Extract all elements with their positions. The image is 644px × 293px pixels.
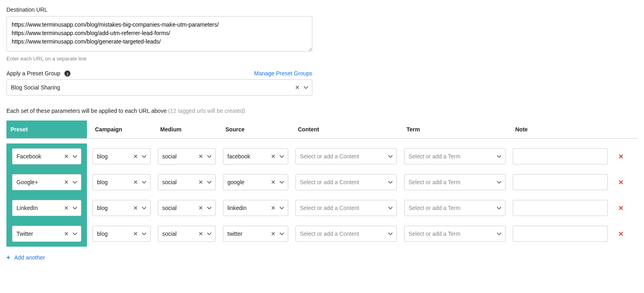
clear-icon[interactable]: ✕ [62, 177, 71, 187]
source-select[interactable]: ✕ [223, 148, 288, 164]
clear-icon[interactable]: ✕ [131, 203, 140, 213]
content-select[interactable] [295, 174, 397, 190]
term-select[interactable] [404, 174, 506, 190]
medium-select-input[interactable] [162, 231, 196, 237]
delete-row-button[interactable]: ✕ [618, 179, 623, 186]
chevron-down-icon[interactable] [140, 233, 148, 235]
clear-icon[interactable]: ✕ [268, 203, 278, 213]
preset-group-select-input[interactable] [11, 84, 293, 91]
chevron-down-icon[interactable] [495, 181, 503, 183]
source-select[interactable]: ✕ [223, 174, 288, 190]
clear-icon[interactable]: ✕ [62, 229, 71, 239]
chevron-down-icon[interactable] [278, 207, 285, 209]
preset-select[interactable]: ✕ [12, 200, 81, 216]
chevron-down-icon[interactable] [140, 181, 148, 183]
manage-preset-groups-link[interactable]: Manage Preset Groups [254, 70, 312, 77]
campaign-select[interactable]: ✕ [93, 174, 151, 190]
chevron-down-icon[interactable] [278, 155, 285, 158]
clear-icon[interactable]: ✕ [196, 152, 206, 161]
preset-select[interactable]: ✕ [12, 226, 81, 242]
chevron-down-icon[interactable] [278, 233, 285, 235]
chevron-down-icon[interactable] [71, 155, 78, 158]
content-select-input[interactable] [300, 205, 387, 211]
info-icon[interactable]: i [64, 71, 70, 77]
clear-icon[interactable]: ✕ [131, 177, 140, 187]
chevron-down-icon[interactable] [495, 207, 503, 209]
medium-select-input[interactable] [162, 179, 196, 185]
note-input[interactable] [513, 200, 608, 216]
clear-icon[interactable]: ✕ [268, 229, 278, 239]
content-select[interactable] [295, 148, 397, 164]
term-select[interactable] [404, 226, 506, 242]
medium-select[interactable]: ✕ [158, 148, 216, 164]
source-select-input[interactable] [227, 179, 268, 185]
clear-icon[interactable]: ✕ [268, 152, 278, 161]
note-input[interactable] [513, 226, 608, 242]
campaign-select-input[interactable] [97, 179, 131, 185]
source-select[interactable]: ✕ [223, 200, 288, 216]
clear-icon[interactable]: ✕ [293, 83, 302, 92]
content-select-input[interactable] [300, 179, 387, 185]
preset-select[interactable]: ✕ [12, 174, 81, 190]
medium-select[interactable]: ✕ [158, 174, 216, 190]
source-select-input[interactable] [227, 231, 268, 237]
note-input[interactable] [513, 148, 608, 164]
preset-select[interactable]: ✕ [12, 148, 81, 164]
chevron-down-icon[interactable] [206, 207, 213, 209]
term-select[interactable] [404, 200, 506, 216]
campaign-select[interactable]: ✕ [93, 200, 151, 216]
clear-icon[interactable]: ✕ [131, 229, 140, 239]
medium-select-input[interactable] [162, 153, 196, 160]
chevron-down-icon[interactable] [71, 233, 78, 235]
term-select-input[interactable] [409, 205, 495, 211]
delete-row-button[interactable]: ✕ [618, 153, 623, 160]
medium-select-input[interactable] [162, 205, 196, 211]
preset-group-select[interactable]: ✕ [6, 79, 312, 96]
term-select[interactable] [404, 148, 506, 164]
delete-row-button[interactable]: ✕ [618, 204, 623, 212]
chevron-down-icon[interactable] [387, 233, 394, 235]
preset-select-input[interactable] [17, 205, 62, 211]
source-select[interactable]: ✕ [223, 226, 288, 242]
term-select-input[interactable] [409, 179, 495, 185]
clear-icon[interactable]: ✕ [196, 177, 206, 187]
content-select-input[interactable] [300, 153, 387, 160]
preset-select-input[interactable] [17, 153, 62, 160]
preset-select-input[interactable] [17, 179, 62, 185]
preset-select-input[interactable] [17, 231, 62, 237]
chevron-down-icon[interactable] [302, 86, 310, 89]
campaign-select[interactable]: ✕ [93, 226, 151, 242]
chevron-down-icon[interactable] [140, 207, 148, 209]
chevron-down-icon[interactable] [206, 155, 213, 158]
content-select[interactable] [295, 226, 397, 242]
content-select-input[interactable] [300, 231, 387, 237]
campaign-select-input[interactable] [97, 231, 131, 237]
source-select-input[interactable] [227, 205, 268, 211]
destination-url-textarea[interactable] [6, 16, 312, 52]
chevron-down-icon[interactable] [387, 155, 394, 158]
content-select[interactable] [295, 200, 397, 216]
chevron-down-icon[interactable] [387, 207, 394, 209]
campaign-select-input[interactable] [97, 153, 131, 160]
chevron-down-icon[interactable] [387, 181, 394, 183]
chevron-down-icon[interactable] [206, 181, 213, 183]
medium-select[interactable]: ✕ [158, 226, 216, 242]
add-another-button[interactable]: + Add another [6, 254, 45, 261]
clear-icon[interactable]: ✕ [268, 177, 278, 187]
campaign-select-input[interactable] [97, 205, 131, 211]
chevron-down-icon[interactable] [206, 233, 213, 235]
chevron-down-icon[interactable] [495, 155, 503, 158]
clear-icon[interactable]: ✕ [196, 229, 206, 239]
campaign-select[interactable]: ✕ [93, 148, 151, 164]
clear-icon[interactable]: ✕ [62, 203, 71, 213]
term-select-input[interactable] [409, 153, 495, 160]
chevron-down-icon[interactable] [140, 155, 148, 158]
chevron-down-icon[interactable] [278, 181, 285, 183]
clear-icon[interactable]: ✕ [131, 152, 140, 161]
clear-icon[interactable]: ✕ [196, 203, 206, 213]
chevron-down-icon[interactable] [495, 233, 503, 235]
source-select-input[interactable] [227, 153, 268, 160]
term-select-input[interactable] [409, 231, 495, 237]
clear-icon[interactable]: ✕ [62, 152, 71, 161]
medium-select[interactable]: ✕ [158, 200, 216, 216]
